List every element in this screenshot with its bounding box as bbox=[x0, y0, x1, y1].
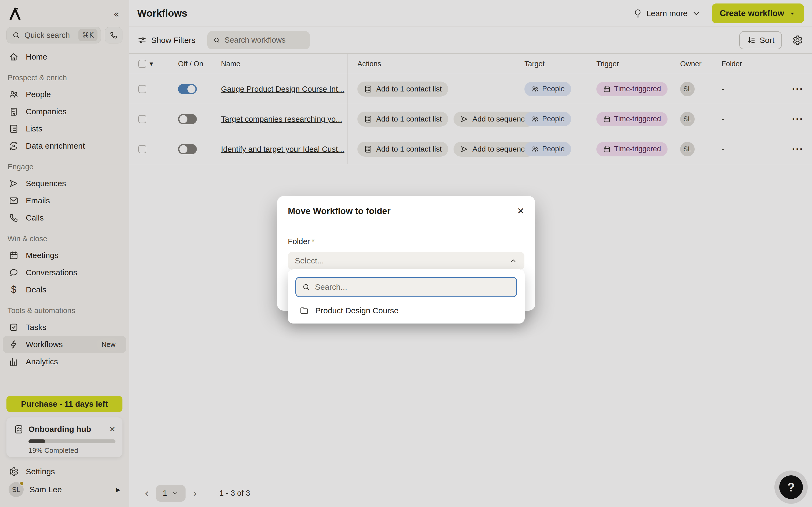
folder-search-field bbox=[295, 277, 517, 297]
search-icon bbox=[302, 283, 310, 291]
required-mark: * bbox=[311, 237, 314, 246]
workflows-app: « Quick search ⌘K Home Prospect & enrich… bbox=[0, 0, 812, 507]
folder-option-label: Product Design Course bbox=[315, 306, 399, 315]
chevron-up-icon bbox=[509, 257, 517, 265]
folder-search-input[interactable] bbox=[315, 282, 510, 292]
folder-option[interactable]: Product Design Course bbox=[295, 302, 517, 319]
folder-icon bbox=[299, 305, 309, 316]
folder-field-label: Folder* bbox=[288, 237, 524, 246]
folder-select-value: Select... bbox=[295, 256, 509, 265]
close-icon[interactable]: ✕ bbox=[517, 206, 524, 216]
modal-title: Move Workflow to folder bbox=[288, 206, 517, 216]
folder-dropdown: Product Design Course bbox=[288, 269, 525, 324]
folder-select[interactable]: Select... bbox=[288, 252, 524, 270]
field-label-text: Folder bbox=[288, 237, 310, 246]
